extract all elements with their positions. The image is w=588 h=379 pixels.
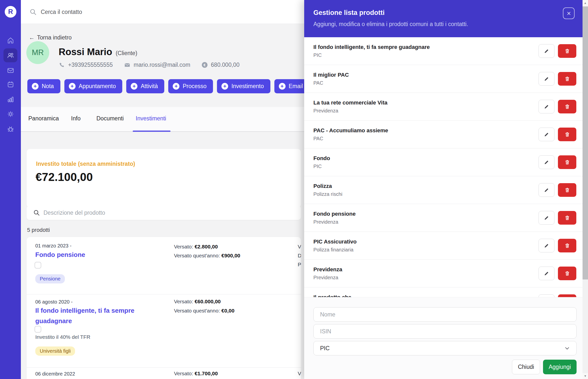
product-note: Investito il 40% del TFR — [35, 334, 90, 340]
product-checkbox[interactable] — [35, 326, 41, 333]
pencil-icon — [544, 187, 549, 193]
app-root: R ←Torna indietro MR — [0, 0, 588, 379]
product-name-input[interactable] — [313, 307, 577, 322]
delete-product-button[interactable] — [558, 100, 576, 113]
product-checkbox[interactable] — [35, 262, 41, 269]
pencil-icon — [544, 132, 549, 137]
edit-product-button[interactable] — [539, 44, 554, 58]
tab-documenti[interactable]: Documenti — [96, 115, 124, 122]
action-label: Investimento — [231, 83, 264, 90]
plus-circle-icon: + — [279, 83, 286, 90]
euro-coin-icon: € — [202, 62, 208, 68]
avatar: MR — [26, 41, 49, 64]
plus-circle-icon: + — [32, 83, 39, 90]
sidebar-item-settings[interactable] — [3, 107, 17, 121]
tab-info[interactable]: Info — [71, 115, 81, 122]
edit-product-button[interactable] — [539, 183, 554, 197]
invested-total-card: Investito totale (senza amministrato) €7… — [27, 149, 301, 208]
panel-product-name: Il fondo intelligente, ti fa sempre guad… — [313, 44, 430, 50]
versato-anno-line: Versato quest'anno: €900,00 — [174, 253, 240, 259]
versato-label: Versato: — [174, 371, 193, 376]
delete-product-button[interactable] — [558, 44, 576, 58]
pencil-icon — [544, 215, 549, 221]
active-tab-indicator — [133, 131, 170, 132]
add-nota-button[interactable]: +Nota — [27, 79, 60, 93]
delete-product-button[interactable] — [558, 239, 576, 252]
product-isin-input[interactable] — [313, 324, 577, 339]
panel-product-name: PAC - Accumuliamo assieme — [313, 127, 388, 134]
chiudi-button[interactable]: Chiudi — [512, 360, 540, 374]
contact-phone[interactable]: +3939255555555 — [68, 62, 113, 68]
clipped-text-fragment: V — [298, 244, 301, 250]
add-appuntamento-button[interactable]: +Appuntamento — [64, 79, 123, 93]
scroll-down-arrow[interactable]: ▼ — [583, 373, 588, 379]
product-search-input[interactable] — [43, 208, 267, 218]
pencil-icon — [544, 48, 549, 54]
add-attivita-button[interactable]: +Attività — [126, 79, 164, 93]
trash-icon — [564, 243, 570, 248]
edit-product-button[interactable] — [539, 155, 554, 169]
edit-product-button[interactable] — [539, 211, 554, 225]
avatar-initials: MR — [32, 48, 44, 57]
product-badge: Pensione — [35, 274, 65, 283]
trash-icon — [564, 187, 570, 193]
bar-chart-icon — [7, 96, 14, 103]
panel-product-row: Il fondo intelligente, ti fa sempre guad… — [304, 37, 583, 65]
panel-product-row: La tua rete commerciale Vita Previdenza — [304, 93, 583, 121]
tab-investimenti[interactable]: Investimenti — [136, 115, 166, 122]
plus-circle-icon: + — [173, 83, 179, 90]
action-label: Processo — [183, 83, 207, 90]
delete-product-button[interactable] — [558, 211, 576, 225]
panel-product-name: Fondo — [313, 155, 330, 162]
edit-product-button[interactable] — [539, 128, 554, 141]
add-investimento-button[interactable]: +Investimento — [217, 79, 270, 93]
panel-product-row: Previdenza Previdenza — [304, 260, 583, 287]
trash-icon — [564, 271, 570, 276]
envelope-icon — [124, 62, 130, 68]
arrow-left-icon: ← — [29, 34, 35, 41]
sidebar-item-contacts[interactable] — [3, 48, 17, 62]
sidebar-item-mail[interactable] — [3, 63, 17, 77]
contact-search-input[interactable] — [41, 7, 215, 17]
panel-product-category: PIC — [313, 164, 322, 169]
product-row: 06 dicembre 2022 Il miglior PAC Versato:… — [27, 367, 301, 379]
edit-product-button[interactable] — [539, 72, 554, 86]
back-link[interactable]: ←Torna indietro — [29, 34, 72, 41]
sidebar-item-debug[interactable] — [3, 122, 17, 136]
pencil-icon — [544, 160, 549, 165]
search-icon — [29, 8, 37, 16]
panel-product-row: Fondo pensione Previdenza — [304, 204, 583, 232]
aggiungi-button[interactable]: Aggiungi — [543, 360, 577, 374]
invested-total-label: Investito totale (senza amministrato) — [36, 161, 135, 167]
product-date: 06 agosto 2020 - — [35, 299, 73, 305]
panel-product-row: PIC Assicurativo Polizza finanziaria — [304, 232, 583, 260]
invested-total-value: €72.100,00 — [36, 170, 93, 184]
close-icon — [566, 10, 572, 16]
scroll-up-arrow[interactable]: ▲ — [583, 0, 588, 6]
delete-product-button[interactable] — [558, 128, 576, 141]
product-category-select[interactable]: PIC — [313, 341, 577, 355]
close-panel-button[interactable] — [563, 7, 575, 19]
scrollbar-thumb[interactable] — [583, 6, 588, 279]
tab-panoramica[interactable]: Panoramica — [28, 115, 59, 122]
sidebar-item-calendar[interactable] — [3, 77, 17, 91]
delete-product-button[interactable] — [558, 72, 576, 86]
delete-product-button[interactable] — [558, 155, 576, 169]
edit-product-button[interactable] — [539, 100, 554, 113]
delete-product-button[interactable] — [558, 267, 576, 280]
chevron-down-icon — [564, 345, 570, 351]
product-name-link[interactable]: Il fondo intelligente, ti fa sempre guad… — [35, 305, 150, 326]
sidebar-item-statistics[interactable] — [3, 92, 17, 106]
add-processo-button[interactable]: +Processo — [168, 79, 213, 93]
edit-product-button[interactable] — [539, 267, 554, 280]
sidebar-item-home[interactable] — [3, 34, 17, 47]
delete-product-button[interactable] — [558, 183, 576, 197]
edit-product-button[interactable] — [539, 239, 554, 252]
contact-email[interactable]: mario.rossi@mail.com — [134, 62, 190, 68]
versato-anno-label: Versato quest'anno: — [174, 253, 220, 258]
versato-line: Versato: €1.700,00 — [174, 371, 218, 377]
pencil-icon — [544, 104, 549, 109]
app-logo[interactable]: R — [5, 6, 16, 18]
product-name-link[interactable]: Fondo pensione — [35, 249, 150, 260]
product-badge: Università figli — [35, 346, 75, 356]
